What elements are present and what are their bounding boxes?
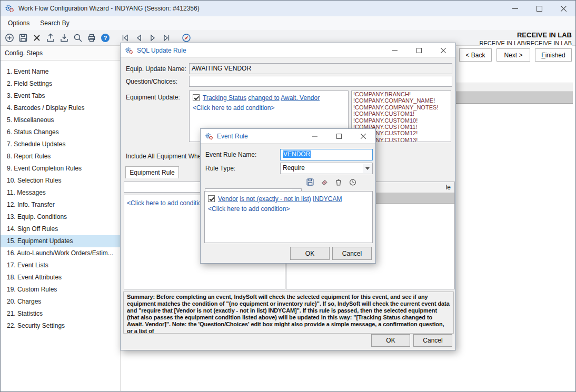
finished-accel: F [541, 52, 545, 59]
token-item[interactable]: !COMPANY.CUSTOM1! [352, 110, 451, 117]
import-icon[interactable] [57, 32, 71, 44]
app-logo-icon [5, 4, 14, 13]
event-rule-name-field[interactable]: VENDOR [280, 149, 373, 160]
sql-dialog-maximize-button[interactable] [407, 43, 431, 58]
sql-cancel-button[interactable]: Cancel [413, 334, 452, 347]
sidebar-item-event-tabs[interactable]: 3. Event Tabs [1, 90, 120, 102]
token-item[interactable]: !COMPANY.COMPANY_NAME! [352, 97, 451, 104]
rule-type-dropdown[interactable]: Require [280, 163, 373, 174]
sidebar-item-equipment-updates[interactable]: 15. Equipment Updates [1, 235, 120, 247]
sql-dialog-minimize-button[interactable] [383, 43, 407, 58]
equip-update-name-field[interactable]: AWAITING VENDOR [189, 63, 452, 74]
export-icon[interactable] [44, 32, 57, 44]
event-rule-name-label: Event Rule Name: [205, 151, 256, 158]
sidebar-item-security-settings[interactable]: 22. Security Settings [1, 320, 120, 332]
save-rule-icon[interactable] [304, 176, 316, 188]
operator-link[interactable]: is not (exactly - not in list) [240, 195, 311, 203]
tracking-status-link[interactable]: Tracking Status [203, 94, 246, 102]
indycam-link[interactable]: INDYCAM [313, 195, 342, 203]
sidebar-item-event-attributes[interactable]: 18. Event Attributes [1, 272, 120, 284]
config-steps-list: 1. Event Name 2. Field Settings 3. Event… [1, 66, 120, 332]
nav-prev-icon[interactable] [132, 32, 145, 44]
token-item[interactable]: !COMPANY.CUSTOM10! [352, 117, 451, 124]
event-ok-button[interactable]: OK [290, 247, 330, 260]
svg-text:?: ? [103, 35, 107, 41]
next-button[interactable]: Next > [496, 48, 530, 62]
sidebar-item-schedule-updates[interactable]: 7. Schedule Updates [1, 138, 120, 150]
back-button[interactable]: < Back [459, 48, 492, 62]
close-button[interactable] [551, 1, 575, 16]
vendor-link[interactable]: Vendor [218, 195, 238, 203]
sidebar-item-event-lists[interactable]: 17. Event Lists [1, 259, 120, 272]
event-dialog-maximize-button[interactable] [327, 129, 351, 144]
question-choices-field[interactable] [189, 76, 452, 87]
event-rule-checkbox[interactable] [208, 195, 215, 202]
sidebar-item-equip-conditions[interactable]: 13. Equip. Conditions [1, 211, 120, 223]
minimize-button[interactable] [503, 1, 527, 16]
menu-options[interactable]: Options [3, 16, 35, 30]
sidebar-item-sign-off-rules[interactable]: 14. Sign Off Rules [1, 223, 120, 235]
event-dialog-minimize-button[interactable] [303, 129, 327, 144]
sidebar-item-miscellaneous[interactable]: 5. Miscellaneous [1, 114, 120, 126]
equip-update-name-label: Equip. Update Name: [126, 65, 186, 73]
sidebar-item-event-name[interactable]: 1. Event Name [1, 66, 120, 78]
toolbar-separator [112, 32, 118, 44]
sidebar-item-field-settings[interactable]: 2. Field Settings [1, 78, 120, 90]
nav-next-icon[interactable] [146, 32, 159, 44]
page-title: RECEIVE IN LAB [517, 31, 572, 39]
await-vendor-link[interactable]: Await. Vendor [281, 94, 320, 102]
sidebar-item-info-transfer[interactable]: 12. Info. Transfer [1, 199, 120, 211]
finished-rest: inished [545, 52, 565, 59]
add-condition-link[interactable]: <Click here to add condition> [193, 104, 274, 112]
sidebar-item-status-changes[interactable]: 6. Status Changes [1, 126, 120, 138]
gear-logo-icon [205, 132, 213, 140]
menu-bar: Options Search By [1, 16, 575, 30]
event-dialog-title: Event Rule [217, 133, 248, 140]
token-item[interactable]: !COMPANY.COMPANY_NOTES! [352, 104, 451, 110]
title-bar: Work Flow Configuration Wizard - INDYANG… [1, 1, 575, 16]
selected-text: VENDOR [283, 150, 311, 158]
eraser-icon[interactable] [318, 176, 331, 188]
sql-dialog-close-button[interactable] [431, 43, 455, 58]
compass-icon[interactable] [180, 32, 193, 44]
sidebar-item-report-rules[interactable]: 8. Report Rules [1, 150, 120, 163]
equipment-rule-tab[interactable]: Equipment Rule [125, 166, 179, 178]
sidebar-item-barcodes[interactable]: 4. Barcodes / Display Rules [1, 102, 120, 114]
summary-box: Summary: Before completing an event, Ind… [123, 292, 454, 334]
sidebar-item-charges[interactable]: 20. Charges [1, 296, 120, 308]
add-icon[interactable] [3, 32, 16, 44]
delete-icon[interactable] [30, 32, 43, 44]
token-item[interactable]: !COMPANY.BRANCH! [352, 91, 451, 97]
sidebar-item-messages[interactable]: 11. Messages [1, 187, 120, 199]
nav-first-icon[interactable] [118, 32, 132, 44]
sidebar-item-event-completion-rules[interactable]: 9. Event Completion Rules [1, 163, 120, 175]
equipment-rule-filter-field[interactable] [124, 182, 202, 193]
trash-icon[interactable] [332, 176, 345, 188]
chevron-down-icon[interactable] [363, 164, 372, 173]
changed-to-link[interactable]: changed to [248, 94, 279, 102]
sidebar-item-auto-launch[interactable]: 16. Auto-Launch/Work Orders/Estim... [1, 247, 120, 259]
sql-dialog-titlebar: SQL Update Rule [121, 43, 455, 58]
menu-search-by[interactable]: Search By [35, 16, 74, 30]
sql-ok-button[interactable]: OK [371, 334, 410, 347]
print-icon[interactable] [85, 32, 98, 44]
save-icon[interactable] [16, 32, 29, 44]
equipment-update-label: Equipment Update: [126, 94, 180, 101]
config-steps-panel: Config. Steps 1. Event Name 2. Field Set… [1, 46, 121, 391]
sidebar-item-statistics[interactable]: 21. Statistics [1, 308, 120, 320]
equipment-add-condition-link[interactable]: <Click here to add condition> [127, 199, 208, 207]
rule-type-label: Rule Type: [205, 165, 235, 172]
clock-icon[interactable] [346, 176, 359, 188]
event-add-condition-link[interactable]: <Click here to add condition> [208, 205, 290, 213]
sidebar-item-custom-rules[interactable]: 19. Custom Rules [1, 284, 120, 296]
search-icon[interactable] [71, 32, 84, 44]
gear-logo-icon [125, 46, 133, 55]
maximize-button[interactable] [527, 1, 551, 16]
event-dialog-close-button[interactable] [351, 129, 375, 144]
help-icon[interactable]: ? [98, 32, 112, 44]
nav-last-icon[interactable] [160, 32, 173, 44]
finished-button[interactable]: Finished [535, 48, 572, 62]
update-rule-checkbox[interactable] [193, 94, 200, 101]
event-cancel-button[interactable]: Cancel [332, 247, 372, 260]
sidebar-item-selection-rules[interactable]: 10. Selection Rules [1, 175, 120, 187]
